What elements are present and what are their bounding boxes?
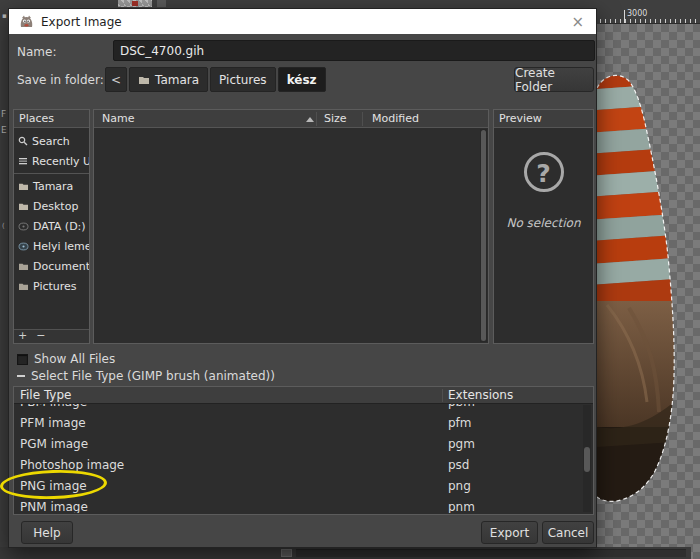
file-type-name: PFM image — [20, 413, 86, 434]
column-divider — [316, 112, 317, 126]
select-file-type-label[interactable]: Select File Type (GIMP brush (animated)) — [31, 369, 275, 383]
no-selection-text: No selection — [494, 216, 593, 230]
places-header: Places — [14, 110, 89, 128]
folder-icon — [18, 182, 29, 191]
place-item-search[interactable]: Search — [14, 131, 89, 151]
folder-icon — [18, 282, 29, 291]
file-type-ext: pbm — [448, 404, 475, 413]
place-label: Documents — [33, 260, 89, 273]
cancel-button[interactable]: Cancel — [542, 521, 594, 544]
file-type-row-pbm[interactable]: PBM image pbm — [14, 404, 583, 413]
place-label: Tamara — [33, 180, 73, 193]
column-header-extensions[interactable]: Extensions — [448, 387, 513, 404]
breadcrumb-label: Tamara — [155, 73, 199, 87]
breadcrumb-label: Pictures — [219, 73, 267, 87]
name-label: Name: — [17, 45, 56, 59]
file-type-scrollbar-thumb[interactable] — [584, 447, 590, 472]
dialog-titlebar[interactable]: Export Image × — [9, 9, 596, 34]
place-item-desktop[interactable]: Desktop — [14, 196, 89, 216]
recent-files-icon — [18, 156, 28, 166]
column-header-modified[interactable]: Modified — [372, 110, 419, 128]
file-type-name: PBM image — [20, 404, 87, 413]
show-all-files-checkbox[interactable] — [17, 354, 28, 365]
file-type-name: PGM image — [20, 434, 88, 455]
breadcrumb-back-button[interactable]: < — [105, 67, 127, 92]
file-browser-header: Name Size Modified — [94, 110, 488, 128]
close-icon[interactable]: × — [571, 13, 584, 31]
place-label: Helyi lemez... — [33, 240, 89, 253]
folder-icon — [18, 202, 29, 211]
place-item-tamara[interactable]: Tamara — [14, 176, 89, 196]
column-header-file-type[interactable]: File Type — [20, 387, 71, 404]
file-type-row-pgm[interactable]: PGM image pgm — [14, 434, 583, 455]
remove-place-button[interactable]: − — [36, 330, 45, 343]
create-folder-button[interactable]: Create Folder — [514, 67, 594, 92]
export-image-dialog: Export Image × Name: Save in folder: < T… — [8, 8, 597, 548]
file-list-scrollbar-thumb[interactable] — [481, 130, 486, 341]
export-button[interactable]: Export — [481, 521, 538, 544]
drive-icon — [18, 222, 29, 231]
places-separator — [14, 173, 89, 174]
exported-image-preview-hat — [597, 0, 700, 559]
add-place-button[interactable]: + — [18, 330, 27, 343]
folder-icon — [18, 262, 29, 271]
file-type-ext: png — [448, 476, 471, 497]
gimp-bottom-bar — [0, 547, 691, 559]
breadcrumb-item-pictures[interactable]: Pictures — [210, 67, 276, 92]
file-type-row-photoshop[interactable]: Photoshop image psd — [14, 455, 583, 476]
breadcrumb-item-kesz[interactable]: kész — [278, 67, 326, 92]
gimp-wilber-icon — [19, 15, 34, 29]
file-type-row-pnm[interactable]: PNM image pnm — [14, 497, 583, 513]
place-item-data-drive[interactable]: DATA (D:) — [14, 216, 89, 236]
file-type-rows: PBM image pbm PFM image pfm PGM image pg… — [14, 404, 583, 513]
background-glyph-f: F — [1, 110, 6, 119]
question-mark-icon: ? — [524, 152, 564, 192]
background-glyph-e: E — [1, 126, 7, 135]
search-icon — [18, 136, 28, 146]
file-type-row-pfm[interactable]: PFM image pfm — [14, 413, 583, 434]
breadcrumb-item-tamara[interactable]: Tamara — [129, 67, 208, 92]
background-dot: ▪ — [2, 12, 7, 21]
preview-header: Preview — [494, 110, 593, 128]
place-item-documents[interactable]: Documents — [14, 256, 89, 276]
save-in-folder-label: Save in folder: — [17, 73, 104, 87]
file-type-ext: pfm — [448, 413, 472, 434]
filename-input[interactable] — [113, 40, 595, 61]
column-divider — [442, 389, 443, 402]
file-type-ext: pnm — [448, 497, 475, 513]
place-label: Pictures — [33, 280, 77, 293]
expander-collapse-icon[interactable] — [17, 375, 25, 377]
place-label: Recently Us... — [32, 155, 89, 168]
file-type-header: File Type Extensions — [14, 387, 593, 404]
tab-icon — [157, 0, 166, 7]
place-label: Search — [32, 135, 70, 148]
place-item-pictures[interactable]: Pictures — [14, 276, 89, 296]
file-browser-pane: Name Size Modified — [93, 109, 489, 344]
drive-icon — [18, 242, 29, 251]
folder-icon — [138, 75, 150, 85]
breadcrumb-label: kész — [287, 73, 317, 87]
preview-pane: Preview ? No selection — [493, 109, 594, 344]
place-label: DATA (D:) — [33, 220, 86, 233]
file-type-name: PNM image — [20, 497, 88, 513]
show-all-files-label[interactable]: Show All Files — [34, 352, 115, 366]
column-header-name[interactable]: Name — [102, 110, 134, 128]
horizontal-scrollbar-thumb[interactable] — [281, 549, 292, 557]
places-pane: Places Search Recently Us... Tamara — [13, 109, 90, 344]
file-type-ext: psd — [448, 455, 470, 476]
help-button[interactable]: Help — [21, 521, 73, 544]
file-type-pane: File Type Extensions PBM image pbm PFM i… — [13, 386, 594, 515]
horizontal-scrollbar-track[interactable] — [296, 549, 686, 557]
brush-thumbnail — [118, 0, 152, 7]
file-list-scrollbar[interactable] — [480, 129, 487, 342]
file-type-ext: pgm — [448, 434, 475, 455]
column-divider — [362, 112, 363, 126]
file-type-scrollbar[interactable] — [583, 405, 591, 512]
gimp-screen: 3000 — [0, 0, 700, 559]
place-label: Desktop — [33, 200, 78, 213]
dialog-title: Export Image — [41, 15, 122, 29]
place-item-recent[interactable]: Recently Us... — [14, 151, 89, 171]
breadcrumb: < Tamara Pictures kész — [105, 67, 326, 92]
place-item-helyi-lemez[interactable]: Helyi lemez... — [14, 236, 89, 256]
column-header-size[interactable]: Size — [324, 110, 347, 128]
